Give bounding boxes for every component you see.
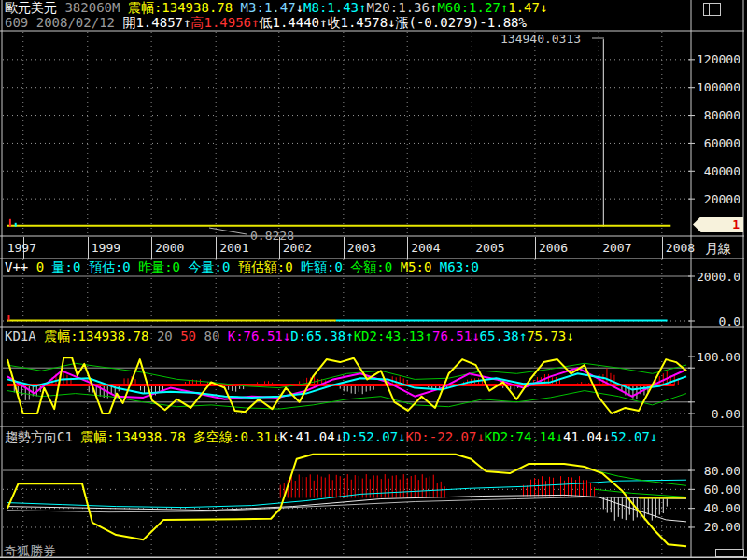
time-axis: 1997199920002001200220032004200520062007… [0, 237, 747, 259]
year-tick [472, 237, 472, 259]
year-label: 1999 [92, 241, 120, 255]
scrollbar-corner[interactable] [715, 549, 744, 557]
axis-label: 2000.0 [697, 270, 740, 284]
year-label: 2000 [155, 241, 184, 255]
header-token: 65.38 [480, 329, 519, 343]
trend-panel-header: 趨勢方向C1 震幅:134938.78 多空線:0.31↓K:41.04↓D:5… [5, 430, 657, 444]
header-token: M8:1.43 [303, 0, 359, 15]
year-tick [344, 237, 345, 259]
header-token: 1.47 [508, 0, 540, 15]
axis-label: 120000 [697, 52, 740, 66]
volume-panel-header: V++ 0 量:0 預估:0 昨量:0 今量:0 預估額:0 昨額:0 今額:0… [5, 260, 479, 274]
header-token: 震幅:134938.78 [80, 429, 193, 444]
header-token: ↓ [472, 329, 479, 343]
header-token: M5:0 [401, 259, 440, 274]
year-label: 2006 [539, 241, 568, 255]
header-token: D:52.07 [343, 429, 398, 444]
header-token: ↓ [556, 429, 563, 444]
header-token: 今額:0 [350, 259, 400, 274]
axis-label: 40000 [704, 164, 740, 178]
year-tick [662, 237, 663, 259]
axis-label: 100.00 [697, 350, 740, 364]
axis-label: 80.00 [704, 464, 740, 478]
header-token: 50 [180, 329, 204, 343]
current-price-tag: 1 [693, 217, 743, 232]
year-label: 2008 [666, 241, 695, 255]
trend-gray-line [7, 497, 686, 512]
header-token: 0 [36, 259, 52, 274]
spike-value-label: 134940.0313 [500, 32, 581, 46]
header-token: ↓ [650, 429, 657, 444]
annotation-connector [209, 228, 247, 234]
year-tick [151, 237, 152, 259]
year-label: 2003 [347, 241, 376, 255]
quote-header-line2: 609 2008/02/12 開1.4857↑高1.4956↑低1.4440↑收… [5, 16, 527, 30]
header-token: ↓ [335, 429, 343, 444]
header-token: ↓ [476, 429, 484, 444]
header-token: ↑ [500, 0, 508, 15]
header-token: K:76.51 [228, 329, 283, 343]
header-token: 52.07 [611, 429, 650, 444]
period-label[interactable]: 月線 [695, 241, 741, 258]
header-token: 多空線:0.31 [193, 429, 272, 444]
year-label: 2001 [219, 241, 248, 255]
axis-label: 60.00 [704, 483, 740, 497]
header-token: 80 [204, 329, 227, 343]
header-token: ↓ [296, 0, 303, 15]
header-token: ↑ [519, 329, 527, 343]
header-token: ↓ [283, 329, 290, 343]
trend-white-line [7, 495, 686, 522]
header-token: 今量:0 [188, 259, 237, 274]
trend-panel: 80.0060.0040.0020.00 [3, 427, 740, 556]
axis-label: 20.00 [704, 520, 740, 534]
header-token: 預估:0 [89, 259, 138, 274]
header-token: M20:1.36 [367, 0, 430, 15]
header-token: ↓ [602, 429, 610, 444]
header-token: 76.51 [432, 329, 472, 343]
window-restore-icon[interactable] [703, 3, 721, 16]
window-restore-icon-divider [709, 4, 710, 15]
trend-cyan-line [7, 480, 686, 507]
axis-label: 60000 [704, 136, 740, 150]
header-token: 75.73 [527, 329, 566, 343]
header-token: 高1.4956 [190, 15, 251, 30]
header-token: 609 2008/02/12 [5, 15, 122, 30]
header-token: KD2:43.13 [354, 329, 425, 343]
header-token: ↓ [540, 0, 547, 15]
header-token: 20 [157, 329, 180, 343]
header-token: V++ [5, 259, 36, 274]
trend-bull-bear-line [7, 455, 686, 547]
header-token: 趨勢方向C1 [5, 429, 80, 444]
header-token: M3:1.47 [241, 0, 296, 15]
trend-green-line-2 [595, 489, 686, 497]
year-tick [535, 237, 536, 259]
kd-panel-header: KD1A 震幅:134938.78 20 50 80 K:76.51↓D:65.… [5, 329, 574, 343]
header-token: ↓ [566, 329, 573, 343]
axis-label: 0.0 [719, 315, 740, 329]
header-token: 歐元美元 [5, 0, 64, 15]
header-token: ↑ [425, 329, 432, 343]
axis-label: 0.00 [712, 407, 740, 421]
year-tick [599, 237, 599, 259]
level-value-label: 0.8228 [250, 229, 294, 243]
bottom-scrollbar[interactable] [0, 557, 747, 558]
header-token: ↓ [398, 429, 405, 444]
header-token: 低1.4440 [259, 15, 319, 30]
year-label: 1997 [7, 241, 36, 255]
header-token: 382060M [64, 0, 127, 15]
header-token: 預估額:0 [238, 259, 301, 274]
header-token: 41.04 [563, 429, 602, 444]
header-token: M60:1.27 [437, 0, 500, 15]
year-label: 2005 [475, 241, 504, 255]
year-label: 2007 [602, 241, 631, 255]
header-token: 昨額:0 [301, 259, 350, 274]
header-token: 量:0 [52, 259, 89, 274]
header-token: KD2:74.14 [485, 429, 556, 444]
header-token: ↑ [359, 0, 366, 15]
header-token: 昨量:0 [138, 259, 188, 274]
header-token: KD1A [5, 329, 44, 343]
year-label: 2002 [283, 241, 312, 255]
header-token: 震幅:134938.78 [128, 0, 241, 15]
chart-canvas: 120000100000800006000040000200002000.00.… [0, 0, 747, 560]
chart-window: 120000100000800006000040000200002000.00.… [0, 0, 747, 560]
